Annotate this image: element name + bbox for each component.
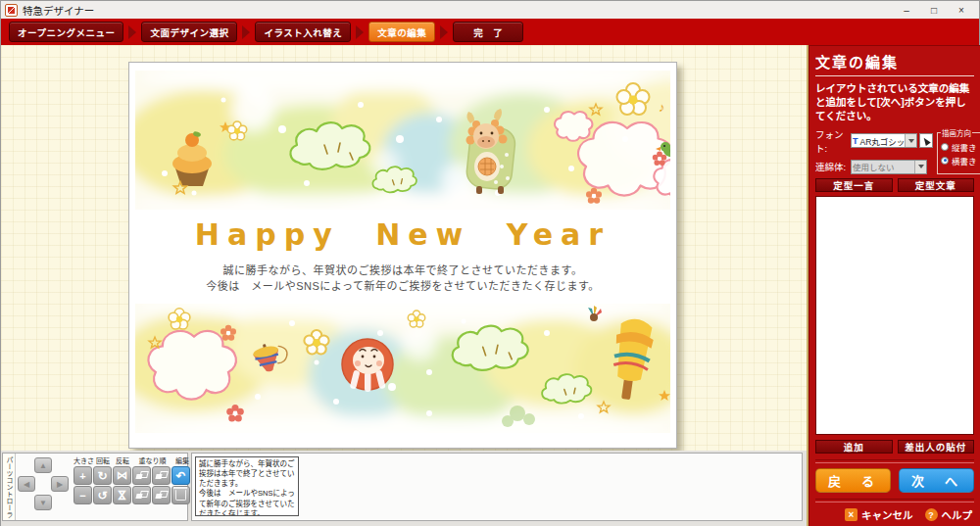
font-select[interactable]: T AR丸ゴシック体M04 bbox=[851, 133, 917, 148]
send-backward-button[interactable] bbox=[132, 486, 151, 504]
move-down-button[interactable]: ▼ bbox=[34, 495, 52, 510]
app-icon bbox=[5, 4, 18, 17]
rotate-ccw-icon: ↺ bbox=[97, 489, 107, 502]
sidebar-title: 文章の編集 bbox=[815, 51, 974, 76]
title-bar: 特急デザイナー – □ × bbox=[1, 1, 979, 19]
trash-icon bbox=[175, 490, 186, 501]
nav-arrow-icon bbox=[440, 25, 448, 39]
text-list-box[interactable] bbox=[815, 196, 974, 435]
divider bbox=[815, 499, 974, 502]
radio-icon[interactable] bbox=[941, 143, 949, 151]
back-button[interactable]: 戻 る bbox=[815, 468, 891, 493]
nav-step-illustration-swap[interactable]: イラスト入れ替え bbox=[255, 22, 351, 42]
text-preview-box[interactable]: 誠に勝手ながら、年賀状のご挨拶は本年で終了とさせていただきます。 今後は メール… bbox=[195, 456, 299, 516]
plus-icon: + bbox=[79, 470, 85, 482]
nav-step-finish[interactable]: 完 了 bbox=[453, 22, 523, 42]
app-window: 特急デザイナー – □ × オープニングメニュー 文面デザイン選択 イラスト入れ… bbox=[0, 0, 980, 526]
delete-button[interactable] bbox=[172, 486, 190, 504]
down-arrow-icon: ▼ bbox=[39, 499, 47, 507]
preview-line1: 誠に勝手ながら、年賀状のご挨拶は本年で終了とさせていただきます。 bbox=[199, 459, 295, 489]
undo-icon: ↶ bbox=[175, 469, 185, 483]
divider bbox=[815, 459, 974, 463]
nav-arrow-icon bbox=[128, 25, 136, 39]
sidebar-instruction: レイアウトされている文章の編集と追加をして[次へ]ボタンを押してください。 bbox=[815, 81, 974, 123]
nav-step-opening-menu[interactable]: オープニングメニュー bbox=[9, 22, 123, 42]
rotate-cw-icon: ↻ bbox=[97, 469, 107, 483]
move-left-button[interactable]: ◀ bbox=[18, 476, 35, 492]
renmen-select[interactable]: 使用しない bbox=[851, 160, 927, 174]
minimize-button[interactable]: – bbox=[893, 2, 920, 18]
window-title: 特急デザイナー bbox=[23, 3, 94, 18]
move-pad: ▲ ◀ ▶ ▼ bbox=[18, 457, 71, 520]
card-greeting-line1[interactable]: 誠に勝手ながら、年賀状のご挨拶は本年で終了とさせていただきます。 bbox=[129, 262, 676, 277]
undo-button[interactable]: ↶ bbox=[172, 466, 190, 485]
flip-vertical-button[interactable]: ⋈ bbox=[113, 486, 131, 504]
flip-horizontal-button[interactable]: ⋈ bbox=[113, 466, 131, 485]
sidebar-text-edit: 文章の編集 レイアウトされている文章の編集と追加をして[次へ]ボタンを押してくだ… bbox=[807, 45, 980, 526]
layer-forward-icon bbox=[136, 471, 147, 480]
radio-horizontal-writing[interactable]: 横書き bbox=[941, 155, 980, 167]
step-navbar: オープニングメニュー 文面デザイン選択 イラスト入れ替え 文章の編集 完 了 bbox=[1, 19, 979, 45]
add-text-button[interactable]: 追加 bbox=[815, 440, 893, 454]
nav-arrow-icon bbox=[356, 25, 364, 39]
right-arrow-icon: ▶ bbox=[57, 480, 63, 489]
up-arrow-icon: ▲ bbox=[39, 461, 47, 470]
help-question-icon: ? bbox=[925, 508, 938, 521]
font-select-dropdown-button[interactable] bbox=[905, 134, 916, 147]
help-button[interactable]: ? ヘルプ bbox=[925, 507, 973, 522]
radio-selected-icon[interactable] bbox=[941, 157, 949, 165]
preset-word-button[interactable]: 定型一言 bbox=[815, 178, 893, 192]
paste-sender-button[interactable]: 差出人の貼付 bbox=[898, 440, 975, 454]
flip-group-label: 反転 bbox=[113, 455, 132, 465]
card-illustration-top: ♪ bbox=[135, 71, 670, 210]
flip-vertical-icon: ⋈ bbox=[116, 490, 128, 501]
chevron-down-icon bbox=[908, 139, 914, 143]
rotate-ccw-button[interactable]: ↺ bbox=[93, 486, 112, 504]
edit-group-label: 編集 bbox=[172, 455, 192, 465]
parts-controller-label: パーツコントローラ bbox=[3, 454, 16, 520]
cancel-button[interactable]: × キャンセル bbox=[845, 507, 913, 522]
postcard-preview[interactable]: ♪ Happy New Year 誠に勝手ながら、年賀状のご挨拶は本年で終了とさ… bbox=[128, 62, 677, 449]
order-group-label: 重なり順 bbox=[132, 455, 172, 465]
move-up-button[interactable]: ▲ bbox=[34, 457, 52, 473]
nav-step-text-edit[interactable]: 文章の編集 bbox=[368, 22, 435, 42]
next-button[interactable]: 次 へ bbox=[899, 468, 974, 493]
size-group-label: 大きさ bbox=[74, 455, 93, 465]
layer-backward-icon bbox=[136, 491, 147, 500]
minus-icon: − bbox=[79, 490, 85, 502]
direction-group: 描画方向 縦書き 横書き bbox=[937, 127, 980, 174]
bring-to-front-button[interactable] bbox=[152, 466, 171, 485]
cancel-x-icon: × bbox=[845, 508, 858, 521]
card-headline[interactable]: Happy New Year bbox=[129, 217, 676, 252]
card-greeting-line2[interactable]: 今後は メールやSNSによって新年のご挨拶をさせていただきたく存じます。 bbox=[129, 277, 676, 293]
preset-text-button[interactable]: 定型文章 bbox=[898, 178, 975, 192]
text-preview-panel: 誠に勝手ながら、年賀状のご挨拶は本年で終了とさせていただきます。 今後は メール… bbox=[191, 453, 803, 521]
edit-controls: 大きさ 回転 反転 重なり順 編集 + ↻ ⋈ ↶ − ↺ ⋈ bbox=[71, 454, 192, 520]
layer-front-icon bbox=[156, 471, 167, 480]
send-to-back-button[interactable] bbox=[152, 486, 171, 504]
layer-back-icon bbox=[156, 491, 167, 500]
move-right-button[interactable]: ▶ bbox=[51, 476, 69, 492]
design-canvas[interactable]: ♪ Happy New Year 誠に勝手ながら、年賀状のご挨拶は本年で終了とさ… bbox=[1, 45, 807, 451]
preview-line2: 今後は メールやSNSによって新年のご挨拶をさせていただきたく存じます。 bbox=[199, 489, 295, 516]
enlarge-button[interactable]: + bbox=[74, 466, 92, 485]
rotate-cw-button[interactable]: ↻ bbox=[93, 466, 112, 485]
font-label: フォント: bbox=[815, 127, 851, 155]
nav-arrow-icon bbox=[242, 25, 250, 39]
flip-horizontal-icon: ⋈ bbox=[117, 469, 127, 482]
parts-controller: パーツコントローラ ▲ ◀ ▶ ▼ 大きさ 回転 反転 重なり順 編集 + ↻ bbox=[2, 453, 188, 521]
window-controls: – □ × bbox=[893, 2, 975, 18]
bottom-panel: パーツコントローラ ▲ ◀ ▶ ▼ 大きさ 回転 反転 重なり順 編集 + ↻ bbox=[1, 451, 807, 526]
shrink-button[interactable]: − bbox=[74, 486, 92, 504]
maximize-button[interactable]: □ bbox=[920, 2, 948, 18]
pointer-icon bbox=[921, 136, 931, 146]
font-pick-button[interactable] bbox=[919, 133, 933, 148]
renmen-select-dropdown-button[interactable] bbox=[914, 161, 926, 173]
music-note-icon: ♪ bbox=[659, 100, 665, 115]
radio-vertical-writing[interactable]: 縦書き bbox=[941, 141, 980, 153]
close-button[interactable]: × bbox=[948, 2, 975, 18]
nav-step-design-select[interactable]: 文面デザイン選択 bbox=[141, 22, 237, 42]
card-illustration-bottom bbox=[135, 304, 670, 433]
bring-forward-button[interactable] bbox=[132, 466, 151, 485]
direction-legend: 描画方向 bbox=[941, 127, 972, 138]
